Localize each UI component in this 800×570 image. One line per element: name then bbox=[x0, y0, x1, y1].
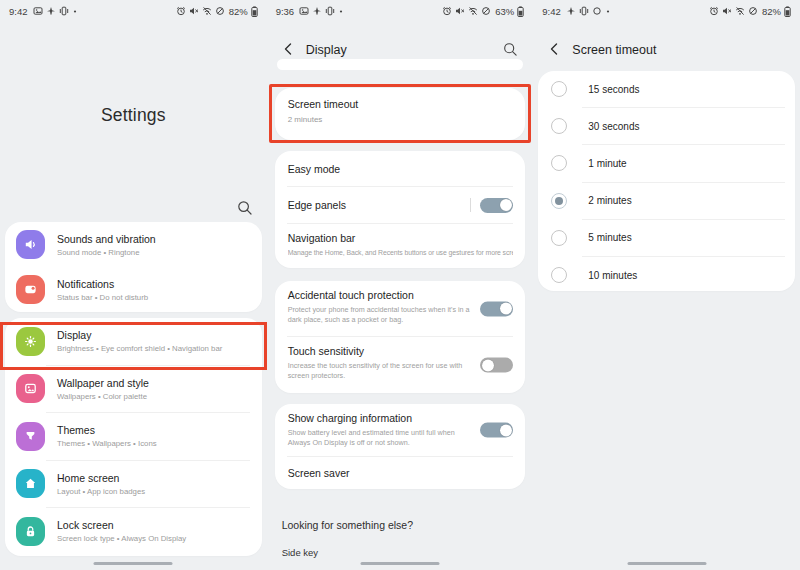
settings-card-display-group: Display Brightness • Eye comfort shield … bbox=[5, 318, 262, 556]
settings-item-sub: Screen lock type • Always On Display bbox=[57, 534, 186, 543]
option-label: 15 seconds bbox=[588, 84, 639, 95]
show-charging-toggle[interactable] bbox=[480, 423, 513, 438]
side-key-link[interactable]: Side key bbox=[282, 547, 318, 558]
wifi-off-icon bbox=[468, 6, 478, 16]
settings-item-lock-screen[interactable]: Lock screen Screen lock type • Always On… bbox=[5, 508, 262, 555]
data-saver-icon bbox=[592, 6, 602, 16]
timeout-option-10-minutes[interactable]: 10 minutes bbox=[538, 257, 795, 291]
radio-button[interactable] bbox=[551, 155, 567, 171]
settings-item-wallpaper[interactable]: Wallpaper and style Wallpapers • Color p… bbox=[5, 366, 262, 413]
settings-item-sub: Layout • App icon badges bbox=[57, 487, 145, 496]
timeout-options-card: 15 seconds 30 seconds 1 minute 2 minutes… bbox=[538, 71, 795, 291]
radio-button[interactable] bbox=[551, 118, 567, 134]
settings-item-label: Display bbox=[57, 329, 222, 341]
timeout-option-15-seconds[interactable]: 15 seconds bbox=[538, 71, 795, 107]
alarm-icon bbox=[442, 6, 452, 16]
wallpaper-icon bbox=[16, 374, 45, 403]
home-indicator[interactable] bbox=[627, 562, 706, 566]
search-icon[interactable] bbox=[503, 42, 518, 57]
display-item-show-charging[interactable]: Show charging information Show battery l… bbox=[275, 404, 526, 456]
plane-icon bbox=[312, 6, 322, 16]
header-title: Screen timeout bbox=[572, 43, 656, 57]
row-sub: Protect your phone from accidental touch… bbox=[288, 305, 478, 326]
mute-icon bbox=[455, 6, 465, 16]
edge-panels-toggle[interactable] bbox=[480, 198, 513, 213]
row-sub: Increase the touch sensitivity of the sc… bbox=[288, 361, 478, 382]
option-label: 1 minute bbox=[588, 158, 626, 169]
settings-item-sounds[interactable]: Sounds and vibration Sound mode • Ringto… bbox=[5, 222, 262, 267]
settings-item-label: Home screen bbox=[57, 472, 145, 484]
looking-for-something-else-heading: Looking for something else? bbox=[282, 519, 413, 531]
radio-button[interactable] bbox=[551, 81, 567, 97]
more-notifications-icon bbox=[605, 6, 611, 16]
settings-item-display[interactable]: Display Brightness • Eye comfort shield … bbox=[5, 318, 262, 365]
lock-icon bbox=[16, 517, 45, 546]
radio-button[interactable] bbox=[551, 230, 567, 246]
row-label: Screen saver bbox=[288, 467, 350, 479]
settings-item-themes[interactable]: Themes Themes • Wallpapers • Icons bbox=[5, 413, 262, 460]
back-icon[interactable] bbox=[548, 42, 562, 56]
status-bar: 9:42 82% bbox=[533, 0, 800, 22]
no-signal-icon bbox=[481, 6, 491, 16]
vibrate-icon bbox=[325, 6, 335, 16]
display-card-modes: Easy mode Edge panels Navigation bar Man… bbox=[275, 151, 526, 268]
display-icon bbox=[16, 327, 45, 356]
accidental-touch-toggle[interactable] bbox=[480, 301, 513, 316]
timeout-option-30-seconds[interactable]: 30 seconds bbox=[538, 108, 795, 144]
row-label: Show charging information bbox=[288, 412, 514, 424]
screen-timeout-screen: 9:42 82% Screen timeout 15 seconds 30 se… bbox=[533, 0, 800, 570]
touch-sensitivity-toggle[interactable] bbox=[480, 358, 513, 373]
battery-percent: 82% bbox=[762, 6, 781, 17]
timeout-option-5-minutes[interactable]: 5 minutes bbox=[538, 220, 795, 256]
home-indicator[interactable] bbox=[360, 562, 439, 566]
screen-timeout-item[interactable]: Screen timeout 2 minutes bbox=[275, 88, 526, 140]
settings-item-label: Wallpaper and style bbox=[57, 377, 149, 389]
vibrate-icon bbox=[59, 6, 69, 16]
option-label: 2 minutes bbox=[588, 195, 631, 206]
row-sub: Manage the Home, Back, and Recents butto… bbox=[288, 248, 514, 258]
option-label: 30 seconds bbox=[588, 121, 639, 132]
display-item-easy-mode[interactable]: Easy mode bbox=[275, 151, 526, 186]
settings-item-sub: Status bar • Do not disturb bbox=[57, 293, 148, 302]
alarm-icon bbox=[709, 6, 719, 16]
display-card-charging: Show charging information Show battery l… bbox=[275, 404, 526, 489]
settings-item-label: Sounds and vibration bbox=[57, 233, 156, 245]
display-item-accidental-touch[interactable]: Accidental touch protection Protect your… bbox=[275, 281, 526, 336]
display-item-edge-panels[interactable]: Edge panels bbox=[275, 187, 526, 223]
timeout-option-2-minutes[interactable]: 2 minutes bbox=[538, 183, 795, 219]
row-separator bbox=[470, 198, 471, 212]
settings-item-home-screen[interactable]: Home screen Layout • App icon badges bbox=[5, 461, 262, 508]
more-notifications-icon bbox=[338, 6, 344, 16]
battery-percent: 82% bbox=[229, 6, 248, 17]
row-label: Accidental touch protection bbox=[288, 289, 514, 301]
status-time: 9:36 bbox=[276, 6, 295, 17]
back-icon[interactable] bbox=[282, 42, 296, 56]
row-label: Touch sensitivity bbox=[288, 345, 514, 357]
settings-item-label: Notifications bbox=[57, 278, 148, 290]
image-icon bbox=[33, 6, 43, 16]
radio-button[interactable] bbox=[551, 267, 567, 283]
timeout-option-1-minute[interactable]: 1 minute bbox=[538, 145, 795, 181]
home-icon bbox=[16, 469, 45, 498]
display-item-navigation-bar[interactable]: Navigation bar Manage the Home, Back, an… bbox=[275, 224, 526, 268]
settings-item-notifications[interactable]: Notifications Status bar • Do not distur… bbox=[5, 267, 262, 312]
radio-button[interactable] bbox=[551, 193, 567, 209]
no-signal-icon bbox=[748, 6, 758, 16]
option-label: 5 minutes bbox=[588, 232, 631, 243]
settings-item-sub: Themes • Wallpapers • Icons bbox=[57, 439, 157, 448]
search-icon[interactable] bbox=[237, 200, 253, 216]
speaker-icon bbox=[16, 230, 45, 259]
settings-item-sub: Wallpapers • Color palette bbox=[57, 392, 149, 401]
mute-icon bbox=[722, 6, 732, 16]
plane-icon bbox=[566, 6, 576, 16]
display-item-touch-sensitivity[interactable]: Touch sensitivity Increase the touch sen… bbox=[275, 337, 526, 393]
display-item-screen-saver[interactable]: Screen saver bbox=[275, 457, 526, 489]
battery-icon bbox=[251, 6, 258, 17]
settings-card-sound-notifications: Sounds and vibration Sound mode • Ringto… bbox=[5, 222, 262, 312]
mute-icon bbox=[189, 6, 199, 16]
status-bar: 9:36 63% bbox=[267, 0, 534, 22]
status-time: 9:42 bbox=[9, 6, 28, 17]
home-indicator[interactable] bbox=[94, 562, 173, 566]
notification-icon bbox=[16, 275, 45, 304]
plane-icon bbox=[46, 6, 56, 16]
